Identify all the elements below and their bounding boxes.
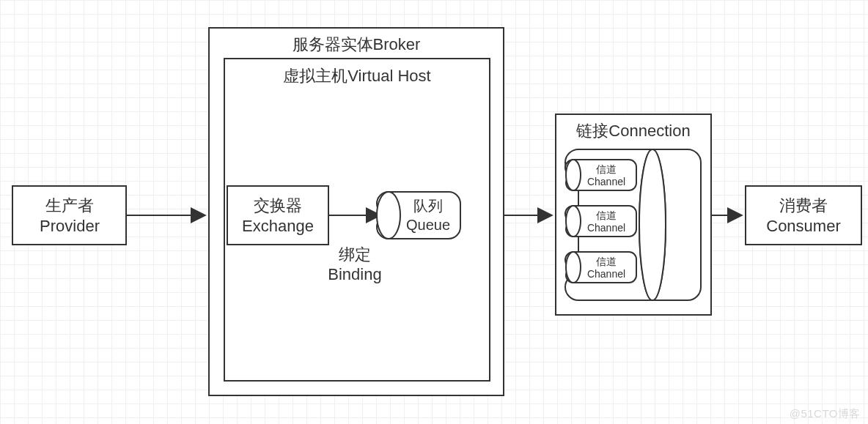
channel-2: 信道 Channel: [565, 252, 636, 283]
diagram-stage: 生产者 Provider 服务器实体Broker 虚拟主机Virtual Hos…: [0, 0, 868, 424]
channel-2-label-en: Channel: [587, 268, 625, 280]
binding-label-cn: 绑定: [339, 245, 371, 264]
channel-1-label-en: Channel: [587, 222, 625, 234]
channel-0-label-en: Channel: [587, 176, 625, 187]
svg-point-7: [566, 160, 581, 190]
svg-rect-3: [227, 186, 328, 245]
queue-label-cn: 队列: [413, 198, 443, 214]
svg-rect-10: [746, 186, 861, 245]
connection-title: 链接Connection: [575, 122, 690, 140]
exchange-label-en: Exchange: [242, 217, 314, 235]
consumer-label-en: Consumer: [766, 217, 840, 235]
channel-1: 信道 Channel: [565, 206, 636, 237]
connection-node: 链接Connection 信道 Channel 信道 Channel 信道 Ch…: [556, 114, 711, 315]
svg-point-4: [377, 192, 400, 239]
channel-0-label-cn: 信道: [596, 163, 617, 175]
producer-node: 生产者 Provider: [12, 186, 126, 245]
channel-1-label-cn: 信道: [596, 209, 617, 221]
queue-node: 队列 Queue: [377, 192, 460, 239]
channel-2-label-cn: 信道: [596, 256, 617, 267]
consumer-node: 消费者 Consumer: [746, 186, 861, 245]
queue-label-en: Queue: [406, 217, 450, 233]
svg-rect-0: [12, 186, 126, 245]
producer-label-en: Provider: [40, 217, 100, 235]
producer-label-cn: 生产者: [45, 196, 94, 215]
svg-point-8: [566, 206, 581, 237]
svg-point-9: [566, 252, 581, 283]
consumer-label-cn: 消费者: [779, 196, 828, 215]
exchange-label-cn: 交换器: [254, 196, 302, 215]
channel-0: 信道 Channel: [565, 160, 636, 190]
binding-label-en: Binding: [328, 265, 381, 283]
broker-title: 服务器实体Broker: [293, 35, 421, 53]
exchange-node: 交换器 Exchange: [227, 186, 328, 245]
diagram-svg: 生产者 Provider 服务器实体Broker 虚拟主机Virtual Hos…: [0, 0, 868, 424]
svg-point-6: [639, 149, 666, 300]
vhost-title: 虚拟主机Virtual Host: [283, 67, 430, 85]
